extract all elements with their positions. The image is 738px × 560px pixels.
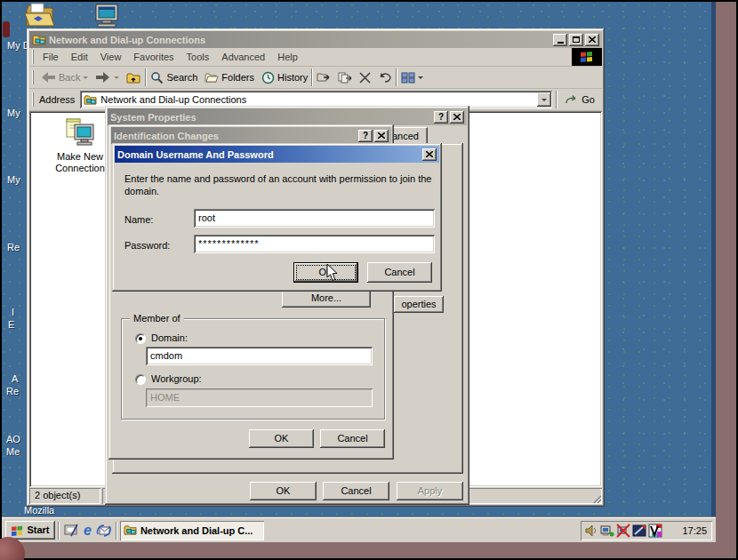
ok-button[interactable]: OK: [249, 429, 314, 448]
close-button[interactable]: [374, 130, 389, 142]
minimize-button[interactable]: [553, 34, 567, 46]
properties-button-fragment[interactable]: operties: [394, 296, 444, 313]
desktop-label-fragment[interactable]: Me: [6, 446, 20, 457]
mouse-cursor: [326, 263, 339, 282]
outlook-express-quicklaunch[interactable]: [95, 522, 113, 539]
desktop-label-fragment[interactable]: My: [7, 174, 20, 185]
menu-help[interactable]: Help: [271, 49, 304, 65]
menu-edit[interactable]: Edit: [65, 49, 94, 65]
search-icon: [150, 71, 164, 84]
move-to-button[interactable]: [313, 69, 334, 85]
desktop-label-fragment[interactable]: Re: [7, 242, 20, 252]
help-button[interactable]: ?: [434, 111, 448, 124]
task-button-network-connections[interactable]: Network and Dial-up C...: [120, 521, 264, 540]
undo-button[interactable]: [374, 70, 396, 85]
volume-icon[interactable]: [584, 524, 598, 538]
desktop-label-fragment[interactable]: I: [12, 307, 14, 317]
ok-button[interactable]: OK: [250, 482, 317, 500]
back-label: Back: [59, 72, 80, 83]
vnc-icon[interactable]: [648, 524, 662, 538]
credentials-dialog: Domain Username And Password Enter the n…: [112, 143, 442, 292]
folders-button[interactable]: Folders: [201, 69, 258, 85]
network-connections-icon: [32, 34, 46, 46]
forward-dropdown-icon[interactable]: [114, 76, 119, 79]
search-button[interactable]: Search: [147, 69, 201, 86]
move-to-icon: [317, 71, 331, 84]
menu-tools[interactable]: Tools: [180, 49, 216, 65]
cancel-button[interactable]: Cancel: [320, 429, 385, 448]
show-desktop-quicklaunch[interactable]: [62, 522, 80, 539]
credentials-title: Domain Username And Password: [117, 149, 274, 160]
folders-label: Folders: [221, 72, 254, 83]
toolbar-grip[interactable]: [32, 70, 34, 84]
tab-advanced-fragment[interactable]: anced: [389, 127, 428, 144]
menu-grip[interactable]: [32, 50, 34, 64]
domain-radio[interactable]: [135, 333, 146, 344]
forward-button[interactable]: [92, 69, 123, 85]
taskbar-separator: [116, 522, 117, 540]
address-folder-icon: [84, 94, 97, 106]
help-button[interactable]: ?: [358, 130, 373, 142]
make-new-connection-icon: [64, 118, 96, 148]
history-button[interactable]: History: [258, 69, 311, 86]
windows-logo: [572, 48, 602, 66]
member-of-group: Member of Domain: cmdom Workgroup: HOME: [121, 318, 385, 420]
toolbar: Back Search: [29, 67, 602, 89]
up-button[interactable]: [123, 69, 145, 86]
views-dropdown-icon[interactable]: [418, 76, 423, 79]
member-of-legend: Member of: [130, 313, 184, 324]
close-button[interactable]: [450, 111, 464, 124]
address-grip[interactable]: [32, 92, 34, 107]
menu-view[interactable]: View: [94, 49, 128, 65]
workgroup-radio-label[interactable]: Workgroup:: [151, 373, 202, 384]
clock[interactable]: 17:25: [682, 525, 707, 536]
system-properties-titlebar[interactable]: System Properties ?: [108, 108, 467, 125]
show-desktop-icon: [63, 523, 79, 538]
back-arrow-icon: [40, 71, 56, 84]
screen: My D My My Re I E A Re AO Me Mozilla Net…: [0, 0, 738, 560]
go-button[interactable]: Go: [561, 92, 598, 108]
close-button[interactable]: [422, 148, 437, 161]
delete-button[interactable]: [356, 70, 374, 85]
network-connections-icon: [124, 524, 137, 536]
apply-button[interactable]: Apply: [397, 482, 463, 500]
resize-grip[interactable]: [590, 492, 602, 504]
cancel-button[interactable]: Cancel: [367, 262, 432, 283]
credentials-titlebar[interactable]: Domain Username And Password: [115, 146, 439, 163]
explorer-title: Network and Dial-up Connections: [49, 35, 205, 45]
network-status-icon[interactable]: [600, 524, 614, 538]
cancel-button[interactable]: Cancel: [323, 482, 389, 500]
my-documents-icon[interactable]: [23, 2, 57, 28]
driver-agent-icon[interactable]: [632, 524, 646, 538]
address-value[interactable]: Network and Dial-up Connections: [97, 94, 537, 105]
back-dropdown-icon[interactable]: [83, 76, 88, 79]
domain-radio-label[interactable]: Domain:: [151, 332, 188, 343]
desktop-label-fragment[interactable]: My: [7, 108, 20, 118]
network-disconnected-icon[interactable]: [616, 524, 630, 538]
close-button[interactable]: [585, 34, 599, 46]
name-input[interactable]: root: [194, 209, 435, 228]
copy-to-button[interactable]: [334, 69, 356, 85]
desktop-label-fragment[interactable]: E: [8, 319, 14, 330]
my-computer-icon[interactable]: [92, 4, 122, 28]
domain-input[interactable]: cmdom: [146, 347, 373, 365]
menu-file[interactable]: File: [36, 49, 65, 65]
taskbar: Start e Network and Dial-up: [2, 517, 716, 542]
back-button[interactable]: Back: [36, 69, 92, 85]
internet-explorer-quicklaunch[interactable]: e: [83, 522, 92, 540]
desktop-label-fragment[interactable]: Re: [6, 386, 19, 396]
start-label: Start: [27, 525, 49, 535]
address-dropdown-button[interactable]: [537, 92, 551, 107]
views-button[interactable]: [397, 70, 427, 85]
menu-favorites[interactable]: Favorites: [127, 49, 180, 65]
credentials-message: Enter the name and password of an accoun…: [124, 172, 441, 197]
password-input[interactable]: *************: [194, 235, 435, 253]
workgroup-radio[interactable]: [135, 374, 146, 385]
menu-advanced[interactable]: Advanced: [215, 49, 271, 65]
desktop-label-fragment[interactable]: AO: [6, 434, 20, 444]
maximize-button[interactable]: [569, 34, 583, 46]
desktop-label-fragment[interactable]: A: [12, 373, 18, 384]
identification-changes-titlebar[interactable]: Identification Changes ?: [111, 127, 391, 144]
explorer-titlebar[interactable]: Network and Dial-up Connections: [29, 31, 602, 48]
address-label: Address: [36, 94, 80, 105]
